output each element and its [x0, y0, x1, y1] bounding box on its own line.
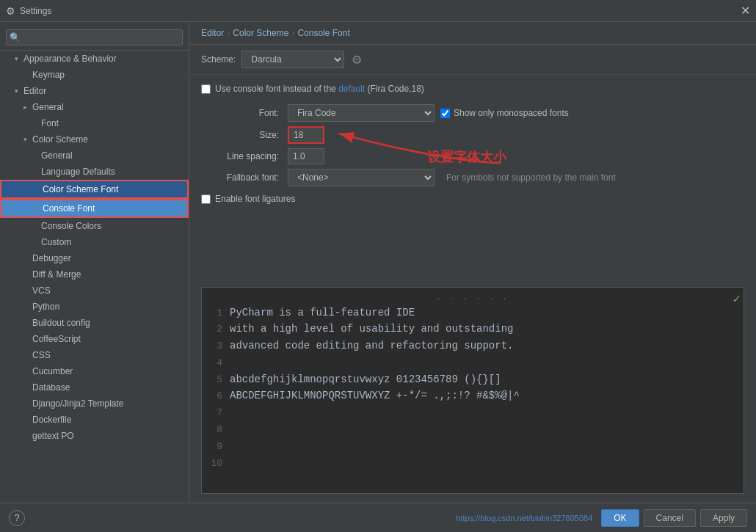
scheme-label: Scheme: — [201, 54, 236, 65]
bottom-buttons: OK Cancel Apply — [601, 509, 747, 527]
sidebar-item-console-colors[interactable]: Console Colors — [0, 218, 189, 234]
use-console-font-row: Use console font instead of the default … — [201, 84, 744, 94]
sidebar-item-dockerfile[interactable]: Dockerfile — [0, 412, 189, 428]
ligatures-checkbox[interactable] — [201, 194, 211, 204]
sidebar-item-label: Editor — [21, 84, 189, 98]
sidebar-item-coffeescript[interactable]: CoffeeScript — [0, 331, 189, 347]
sidebar-item-label: Color Scheme Font — [40, 183, 187, 196]
size-label: Size: — [201, 130, 282, 140]
scheme-gear-icon[interactable]: ⚙ — [352, 53, 362, 67]
url-display: https://blog.csdn.net/binbin327805084 — [456, 514, 592, 522]
drag-handle[interactable]: · · · · · · — [202, 294, 744, 305]
sidebar-item-color-scheme[interactable]: Color Scheme — [0, 131, 189, 147]
preview-line-2: 2 with a high level of usability and out… — [202, 321, 744, 338]
use-console-font-label: Use console font instead of the default … — [215, 84, 424, 94]
font-form: Font: Fira Code Consolas Courier New Sho… — [201, 104, 744, 186]
breadcrumb: Editor › Color Scheme › Console Font — [189, 22, 756, 45]
sidebar: Appearance & Behavior Keymap Editor Gene… — [0, 22, 189, 503]
sidebar-item-label: Python — [29, 300, 189, 313]
help-button[interactable]: ? — [9, 510, 25, 526]
arrow-icon — [21, 103, 29, 111]
font-select[interactable]: Fira Code Consolas Courier New — [288, 104, 435, 122]
sidebar-search-container — [0, 25, 189, 51]
sidebar-item-label: Keymap — [29, 68, 189, 81]
sidebar-item-buildout-config[interactable]: Buildout config — [0, 315, 189, 331]
preview-line-3: 3 advanced code editing and refactoring … — [202, 338, 744, 354]
sidebar-item-general[interactable]: General — [0, 99, 189, 115]
sidebar-item-color-scheme-general[interactable]: General — [0, 147, 189, 164]
fallback-font-hint: For symbols not supported by the main fo… — [446, 172, 616, 183]
fallback-font-control-row: <None> For symbols not supported by the … — [288, 169, 744, 186]
sidebar-item-vcs[interactable]: VCS — [0, 283, 189, 299]
sidebar-item-label: Debugger — [29, 252, 189, 265]
sidebar-item-appearance-behavior[interactable]: Appearance & Behavior — [0, 51, 189, 67]
sidebar-item-label: General — [29, 101, 189, 114]
sidebar-item-label: VCS — [29, 284, 189, 297]
show-monospaced-checkbox[interactable] — [440, 109, 450, 118]
sidebar-item-diff-merge[interactable]: Diff & Merge — [0, 266, 189, 283]
sidebar-item-language-defaults[interactable]: Language Defaults — [0, 164, 189, 180]
sidebar-item-editor[interactable]: Editor — [0, 83, 189, 99]
preview-line-7: 7 — [202, 404, 744, 421]
fallback-font-select[interactable]: <None> — [288, 169, 435, 186]
close-button[interactable]: ✕ — [741, 4, 750, 18]
preview-line-1: 1 PyCharm is a full-featured IDE — [202, 305, 744, 321]
sidebar-item-color-scheme-font[interactable]: Color Scheme Font — [0, 180, 189, 199]
ligatures-row: Enable font ligatures — [201, 194, 744, 204]
sidebar-item-label: Appearance & Behavior — [21, 52, 189, 65]
sidebar-item-console-font[interactable]: Console Font — [0, 199, 189, 218]
sidebar-item-label: Console Font — [40, 202, 187, 215]
sidebar-item-debugger[interactable]: Debugger — [0, 250, 189, 266]
sidebar-item-label: General — [38, 149, 189, 162]
font-control-row: Fira Code Consolas Courier New Show only… — [288, 104, 744, 122]
sidebar-item-label: Font — [38, 117, 189, 130]
sidebar-item-cucumber[interactable]: Cucumber — [0, 363, 189, 379]
scheme-select[interactable]: Darcula Default High Contrast — [241, 51, 344, 68]
line-spacing-label: Line spacing: — [201, 151, 282, 161]
sidebar-item-label: CSS — [29, 349, 189, 362]
ok-icon: ✓ — [733, 291, 741, 307]
sidebar-item-label: Color Scheme — [29, 133, 189, 146]
sidebar-item-label: Django/Jinja2 Template — [29, 397, 189, 410]
sidebar-item-django-jinja2[interactable]: Django/Jinja2 Template — [0, 396, 189, 412]
monospaced-label: Show only monospaced fonts — [440, 108, 569, 118]
bottom-bar: ? https://blog.csdn.net/binbin327805084 … — [0, 503, 756, 532]
sidebar-item-gettext-po[interactable]: gettext PO — [0, 428, 189, 444]
sidebar-item-label: CoffeeScript — [29, 332, 189, 346]
sidebar-item-font[interactable]: Font — [0, 115, 189, 131]
preview-line-5: 5 abcdefghijklmnopqrstuvwxyz 0123456789 … — [202, 371, 744, 388]
preview-area: · · · · · · ✓ 1 PyCharm is a full-featur… — [201, 287, 744, 495]
search-input[interactable] — [6, 29, 183, 45]
sidebar-item-css[interactable]: CSS — [0, 347, 189, 363]
default-link[interactable]: default — [338, 84, 367, 94]
use-console-font-checkbox[interactable] — [201, 84, 211, 94]
size-input[interactable] — [288, 126, 324, 144]
fallback-font-label: Fallback font: — [201, 172, 282, 183]
font-label: Font: — [201, 108, 282, 118]
size-control-row: 设置字体大小 — [288, 126, 744, 144]
line-spacing-control-row — [288, 148, 744, 164]
ok-button[interactable]: OK — [601, 509, 639, 527]
sidebar-item-label: Language Defaults — [38, 165, 189, 178]
app-icon: ⚙ — [6, 5, 15, 17]
preview-line-4: 4 — [202, 354, 744, 371]
preview-line-10: 10 — [202, 455, 744, 472]
preview-line-6: 6 ABCDEFGHIJKLMNOPQRSTUVWXYZ +-*/= .,;:!… — [202, 387, 744, 404]
preview-line-9: 9 — [202, 438, 744, 455]
settings-content: Use console font instead of the default … — [189, 75, 756, 287]
sidebar-item-label: Cucumber — [29, 365, 189, 378]
cancel-button[interactable]: Cancel — [644, 509, 696, 527]
ligatures-label: Enable font ligatures — [215, 194, 295, 204]
sidebar-item-keymap[interactable]: Keymap — [0, 67, 189, 83]
sidebar-item-custom[interactable]: Custom — [0, 234, 189, 250]
arrow-icon — [12, 55, 21, 62]
window-title: Settings — [20, 6, 51, 16]
sidebar-item-label: Console Colors — [38, 219, 189, 233]
scheme-bar: Scheme: Darcula Default High Contrast ⚙ — [189, 45, 756, 75]
sidebar-item-label: Custom — [38, 236, 189, 249]
line-spacing-input[interactable] — [288, 148, 324, 164]
arrow-icon — [12, 87, 21, 95]
apply-button[interactable]: Apply — [700, 509, 747, 527]
sidebar-item-python[interactable]: Python — [0, 299, 189, 315]
sidebar-item-database[interactable]: Database — [0, 379, 189, 396]
